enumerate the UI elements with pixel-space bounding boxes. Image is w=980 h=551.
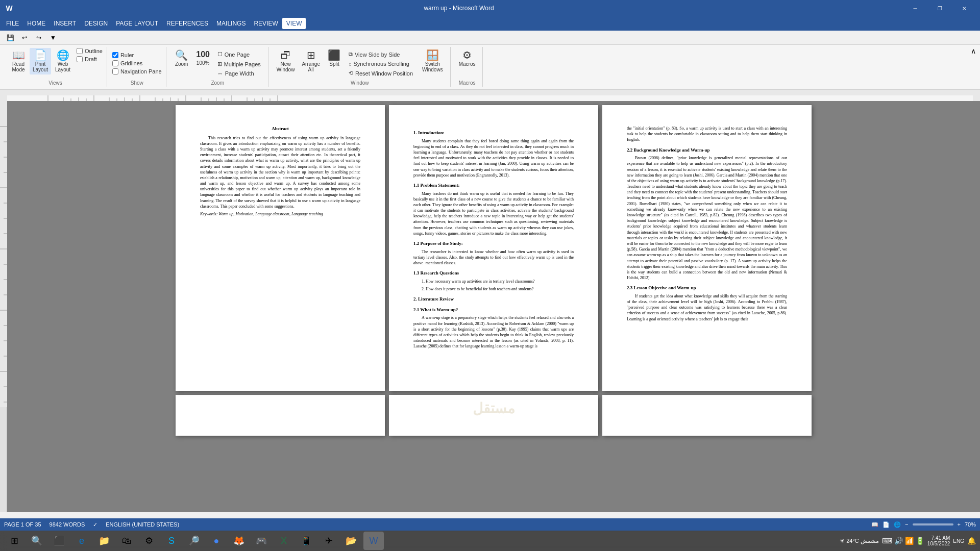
ruler-area <box>0 90 980 101</box>
outline-checkbox[interactable] <box>77 48 83 54</box>
read-mode-button[interactable]: 📖 ReadMode <box>8 48 29 74</box>
taskview-button[interactable]: ⬛ <box>49 532 69 550</box>
search-button[interactable]: 🔍 <box>27 532 47 550</box>
navigation-checkbox[interactable] <box>112 68 118 74</box>
qat-dropdown[interactable]: ▼ <box>47 32 59 44</box>
telegram-button[interactable]: ✈ <box>318 532 339 550</box>
window-content: 🗗 NewWindow ⊞ ArrangeAll ⬛ Split ⧉ View … <box>274 48 446 79</box>
language-info[interactable]: ENGLISH (UNITED STATES) <box>106 521 179 528</box>
read-mode-status-icon[interactable]: 📖 <box>871 521 878 528</box>
print-layout-icon: 📄 <box>34 50 47 60</box>
firefox-button[interactable]: 🦊 <box>229 532 249 550</box>
explorer-button[interactable]: 📁 <box>94 532 114 550</box>
start-button[interactable]: ⊞ <box>4 532 24 550</box>
zoom-100-icon: 100 <box>196 50 210 59</box>
abstract-title: Abstract <box>200 126 360 132</box>
zoom-label: Zoom <box>175 61 188 67</box>
excel-button[interactable]: X <box>274 532 294 550</box>
new-window-button[interactable]: 🗗 NewWindow <box>274 48 298 74</box>
menu-bar: FILE HOME INSERT DESIGN PAGE LAYOUT REFE… <box>0 16 980 31</box>
search2-button[interactable]: 🔎 <box>184 532 204 550</box>
store-button[interactable]: 🛍 <box>116 532 137 550</box>
menu-page-layout[interactable]: PAGE LAYOUT <box>112 18 162 29</box>
print-layout-status-icon[interactable]: 📄 <box>883 521 890 528</box>
draft-checkbox[interactable] <box>77 56 83 62</box>
ruler-checkbox-row[interactable]: Ruler <box>112 52 162 58</box>
word-count: 9842 WORDS <box>50 521 85 528</box>
menu-design[interactable]: DESIGN <box>80 18 112 29</box>
multiple-pages-button[interactable]: ⊞ Multiple Pages <box>214 60 264 68</box>
zoom-in-button[interactable]: + <box>958 521 961 528</box>
page-6-partial <box>602 395 812 436</box>
zoom-slider[interactable] <box>913 523 953 525</box>
ribbon-right: ∧ <box>971 47 976 55</box>
gridlines-checkbox-row[interactable]: Gridlines <box>112 60 162 66</box>
section2-title: 2. Literature Review <box>413 296 574 303</box>
lang-indicator[interactable]: ENG <box>953 538 964 544</box>
split-button[interactable]: ⬛ Split <box>324 48 345 69</box>
view-side-by-side-button[interactable]: ⧉ View Side by Side <box>346 50 416 59</box>
reset-window-position-button[interactable]: ⟲ Reset Window Position <box>346 69 416 78</box>
read-mode-icon: 📖 <box>12 50 25 60</box>
game-button[interactable]: 🎮 <box>251 532 272 550</box>
views-group-label: Views <box>48 79 62 86</box>
menu-view[interactable]: VIEW <box>282 18 306 29</box>
zoom-button[interactable]: 🔍 Zoom <box>172 48 192 69</box>
navigation-checkbox-row[interactable]: Navigation Pane <box>112 68 162 74</box>
page-width-button[interactable]: ↔ Page Width <box>214 69 264 78</box>
draft-checkbox-row[interactable]: Draft <box>77 56 103 62</box>
views-checkboxes: Outline Draft <box>77 48 103 62</box>
menu-references[interactable]: REFERENCES <box>162 18 212 29</box>
menu-review[interactable]: REVIEW <box>250 18 282 29</box>
zoom-small-buttons: ☐ One Page ⊞ Multiple Pages ↔ Page Width <box>214 48 264 78</box>
tray-icon-1[interactable]: ⌨ <box>882 537 892 545</box>
files-button[interactable]: 📂 <box>341 532 361 550</box>
pages-container[interactable]: Abstract This research tries to find out… <box>7 101 980 512</box>
zoom-100-button[interactable]: 100 100% <box>193 48 213 68</box>
word-taskbar-button[interactable]: W <box>363 532 384 550</box>
section1-title: 1. Introduction: <box>413 130 574 136</box>
undo-qat-button[interactable]: ↩ <box>18 32 31 44</box>
gridlines-checkbox[interactable] <box>112 60 118 66</box>
zoom-out-button[interactable]: − <box>905 521 908 528</box>
synchronous-scrolling-button[interactable]: ↕ Synchronous Scrolling <box>346 60 416 68</box>
print-layout-button[interactable]: 📄 PrintLayout <box>30 48 51 74</box>
minimize-button[interactable]: ─ <box>903 0 927 16</box>
redo-qat-button[interactable]: ↪ <box>33 32 45 44</box>
taskbar-clock: 7:41 AM 10/5/2022 <box>927 535 950 546</box>
problem-body: Many teachers do not think warm up is us… <box>413 191 574 237</box>
settings-button[interactable]: ⚙ <box>139 532 159 550</box>
taskbar: ⊞ 🔍 ⬛ e 📁 🛍 ⚙ S 🔎 ● 🦊 🎮 X 📱 ✈ 📂 W ☀ 24°C… <box>0 531 980 551</box>
ribbon-group-macros: ⚙ Macros Macros <box>452 47 483 87</box>
left-vertical-ruler <box>0 101 7 512</box>
web-layout-status-icon[interactable]: 🌐 <box>894 521 901 528</box>
tray-icon-battery[interactable]: 🔋 <box>916 537 924 545</box>
menu-insert[interactable]: INSERT <box>50 18 80 29</box>
close-button[interactable]: ✕ <box>952 0 976 16</box>
tray-icon-3[interactable]: 📶 <box>905 537 914 545</box>
whatsapp-button[interactable]: 📱 <box>296 532 316 550</box>
save-qat-button[interactable]: 💾 <box>4 32 16 44</box>
notification-button[interactable]: 🔔 <box>967 537 976 545</box>
ruler-checkbox[interactable] <box>112 52 118 58</box>
title-bar-title: warm up - Microsoft Word <box>14 5 903 12</box>
edge-button[interactable]: e <box>71 532 92 550</box>
tray-icon-2[interactable]: 🔊 <box>894 537 903 545</box>
spelling-icon[interactable]: ✓ <box>93 521 97 528</box>
menu-file[interactable]: FILE <box>2 18 23 29</box>
web-layout-button[interactable]: 🌐 WebLayout <box>52 48 74 74</box>
ribbon-collapse-button[interactable]: ∧ <box>971 47 976 55</box>
one-page-button[interactable]: ☐ One Page <box>214 50 264 59</box>
skype-button[interactable]: S <box>161 532 182 550</box>
outline-checkbox-row[interactable]: Outline <box>77 48 103 54</box>
switch-windows-button[interactable]: 🪟 SwitchWindows <box>419 48 446 74</box>
zoom-100-label: 100% <box>197 60 210 66</box>
chrome-button[interactable]: ● <box>206 532 227 550</box>
macros-button[interactable]: ⚙ Macros <box>456 48 479 69</box>
arrange-all-button[interactable]: ⊞ ArrangeAll <box>299 48 323 74</box>
status-bar: PAGE 1 OF 35 9842 WORDS ✓ ENGLISH (UNITE… <box>0 518 980 531</box>
menu-home[interactable]: HOME <box>23 18 50 29</box>
window-group-label: Window <box>351 79 369 86</box>
menu-mailings[interactable]: MAILINGS <box>212 18 250 29</box>
restore-button[interactable]: ❐ <box>928 0 951 16</box>
